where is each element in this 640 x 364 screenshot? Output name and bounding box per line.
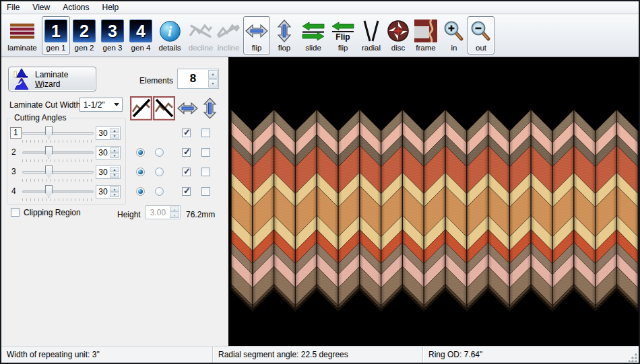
angle-4-ticks	[22, 198, 94, 201]
flip-strip-icon: Flip	[331, 18, 355, 44]
clipping-region-checkbox[interactable]	[11, 208, 20, 217]
app-window: File View Actions Help laminate 1 gen 1 …	[0, 0, 640, 364]
height-stepper: 3.00 ▲▼	[146, 205, 181, 219]
flip-button[interactable]: flip	[243, 16, 270, 54]
radial-icon	[360, 18, 383, 44]
details-button[interactable]: i details	[156, 16, 184, 54]
gen4-button[interactable]: 4 gen 4	[127, 16, 154, 54]
gen3-button[interactable]: 3 gen 3	[99, 16, 126, 54]
flop-button[interactable]: flop	[271, 16, 297, 54]
angle-2-radio-a[interactable]	[136, 148, 145, 157]
angle-2-flip-checkbox[interactable]	[182, 148, 191, 157]
angle-1-slider-thumb[interactable]	[45, 126, 53, 139]
menu-file[interactable]: File	[1, 2, 25, 13]
elements-up-button[interactable]: ▲	[208, 70, 218, 79]
angle-4-slider-thumb[interactable]	[45, 185, 53, 198]
angle-1-label: 1	[10, 127, 22, 139]
toolbar: laminate 1 gen 1 2 gen 2 3 gen 3 4 gen 4…	[1, 15, 639, 57]
angle-1-stepper[interactable]: 30 ▲▼	[96, 126, 121, 140]
menu-actions[interactable]: Actions	[57, 2, 94, 13]
clipping-region-label: Clipping Region	[24, 208, 81, 217]
angle-4-stepper[interactable]: 30 ▲▼	[96, 185, 121, 198]
angle-3-radio-b[interactable]	[155, 168, 164, 176]
angle-2-radio-b[interactable]	[155, 148, 164, 157]
zoom-out-icon	[470, 18, 492, 44]
angle-1-ticks	[22, 140, 94, 143]
gen1-icon: 1	[44, 18, 67, 44]
decline-icon	[189, 18, 213, 44]
flip-horizontal-toggle[interactable]	[177, 96, 198, 120]
zoom-in-icon	[443, 18, 465, 44]
status-bar: Width of repeating unit: 3" Radial segme…	[1, 346, 639, 363]
gen4-icon: 4	[129, 18, 152, 44]
status-radial-angle: Radial segment angle: 22.5 degrees	[213, 347, 423, 363]
angle-3-slider[interactable]	[22, 171, 94, 174]
flip-vertical-icon	[276, 18, 292, 44]
angle-3-ticks	[22, 179, 94, 182]
angle-1-slider[interactable]	[22, 132, 94, 135]
zoom-out-button[interactable]: out	[468, 16, 494, 54]
angle-3-slider-thumb[interactable]	[45, 166, 53, 178]
disc-button[interactable]: disc	[385, 16, 411, 54]
angle-4-flop-checkbox[interactable]	[201, 187, 210, 196]
angle-4-flip-checkbox[interactable]	[182, 187, 191, 196]
angle-3-flop-checkbox[interactable]	[201, 168, 210, 176]
flip-horizontal-icon	[245, 18, 268, 44]
main-area: Laminate Wizard Elements 8 ▲▼ Laminate C…	[1, 57, 639, 346]
decline-button: decline	[186, 16, 216, 54]
angle-4-radio-a[interactable]	[136, 187, 145, 196]
angle-4-slider[interactable]	[22, 190, 94, 193]
angle-2-label: 2	[11, 147, 16, 157]
elements-stepper[interactable]: 8 ▲▼	[177, 69, 219, 89]
resize-grip[interactable]	[629, 353, 638, 362]
angle-3-label: 3	[11, 167, 16, 176]
menu-help[interactable]: Help	[97, 2, 125, 13]
menu-view[interactable]: View	[27, 2, 55, 13]
flip-vertical-toggle[interactable]	[199, 96, 220, 120]
laminate-icon	[9, 18, 35, 44]
gen2-button[interactable]: 2 gen 2	[71, 16, 98, 54]
flip-strip-button[interactable]: Flip flip	[329, 16, 356, 54]
elements-value: 8	[178, 69, 208, 88]
height-value: 3.00	[146, 206, 170, 219]
height-label: Height	[117, 210, 141, 219]
status-width: Width of repeating unit: 3"	[1, 347, 213, 363]
gen1-button[interactable]: 1 gen 1	[42, 16, 70, 54]
angle-4-radio-b[interactable]	[155, 187, 164, 196]
angle-4-label: 4	[11, 186, 16, 196]
chevron-down-icon	[114, 103, 119, 106]
cutting-angles-group: Cutting Angles 1 30 ▲▼ 2 30	[7, 118, 126, 205]
settings-panel: Laminate Wizard Elements 8 ▲▼ Laminate C…	[1, 57, 228, 346]
gen3-icon: 3	[101, 18, 124, 44]
angle-2-slider[interactable]	[22, 151, 94, 154]
angle-2-flop-checkbox[interactable]	[201, 148, 210, 157]
angle-3-stepper[interactable]: 30 ▲▼	[96, 166, 121, 179]
elements-label: Elements	[139, 76, 173, 85]
angle-2-stepper[interactable]: 30 ▲▼	[96, 146, 121, 159]
frame-button[interactable]: frame	[412, 16, 440, 54]
no-incline-toggle[interactable]	[152, 96, 175, 120]
height-metric-label: 76.2mm	[186, 210, 215, 219]
status-ring-od: Ring OD: 7.64"	[423, 347, 639, 363]
angle-3-flip-checkbox[interactable]	[182, 168, 191, 176]
laminate-button[interactable]: laminate	[4, 16, 40, 54]
incline-button: incline	[215, 16, 242, 54]
elements-down-button[interactable]: ▼	[208, 79, 218, 88]
no-decline-toggle[interactable]	[129, 96, 152, 120]
zoom-in-button[interactable]: in	[441, 16, 468, 54]
laminate-wizard-button[interactable]: Laminate Wizard	[8, 67, 96, 92]
no-decline-icon	[130, 96, 152, 120]
flip-horizontal-icon	[177, 101, 198, 116]
wizard-label: Laminate Wizard	[35, 70, 96, 89]
radial-button[interactable]: radial	[357, 16, 385, 54]
angle-1-flop-checkbox[interactable]	[201, 129, 210, 137]
angle-3-radio-a[interactable]	[136, 168, 145, 176]
angle-2-slider-thumb[interactable]	[45, 146, 53, 159]
cut-width-dropdown[interactable]: 1-1/2"	[79, 98, 123, 112]
menu-bar: File View Actions Help	[1, 1, 639, 14]
slide-button[interactable]: slide	[298, 16, 328, 54]
chevron-pattern	[228, 57, 640, 347]
angle-1-flip-checkbox[interactable]	[182, 129, 191, 137]
info-icon: i	[160, 18, 181, 44]
frame-icon	[414, 18, 437, 44]
